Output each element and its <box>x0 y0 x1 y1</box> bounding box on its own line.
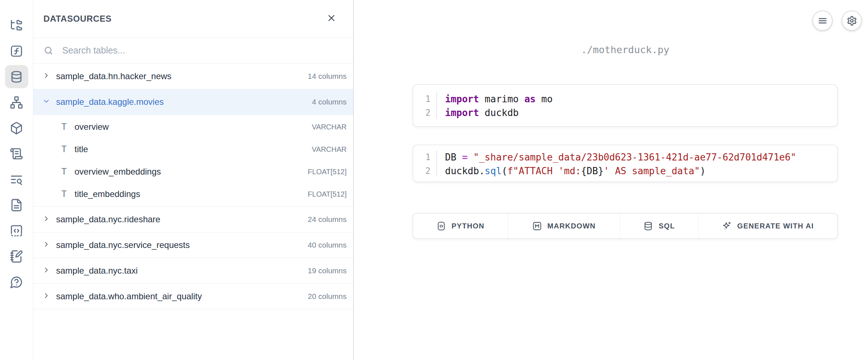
sidebar-tab-functions[interactable] <box>9 43 25 59</box>
search-row <box>33 38 353 64</box>
table-name: sample_data.kaggle.movies <box>56 97 306 107</box>
table-row[interactable]: sample_data.nyc.service_requests40 colum… <box>33 232 353 258</box>
add-cell-generate-with-ai-button[interactable]: GENERATE WITH AI <box>699 214 837 238</box>
chevron-right-icon <box>42 215 50 223</box>
column-type: FLOAT[512] <box>308 190 347 198</box>
code-square-icon <box>436 221 446 231</box>
sidebar-tab-packages[interactable] <box>9 120 25 136</box>
top-actions <box>812 10 862 31</box>
datasources-panel: DATASOURCES sample_data.hn.hacker_news14… <box>33 0 354 360</box>
table-column-count: 4 columns <box>312 98 347 106</box>
help-chat-icon <box>10 275 23 289</box>
panel-title: DATASOURCES <box>43 14 111 24</box>
sidebar-tab-datasources[interactable] <box>5 65 28 88</box>
sidebar-tab-snippets[interactable] <box>9 223 25 239</box>
settings-icon <box>847 16 857 26</box>
column-type: VARCHAR <box>312 123 347 131</box>
text-type-icon: T <box>60 122 68 132</box>
table-column-count: 40 columns <box>308 241 347 249</box>
table-name: sample_data.nyc.service_requests <box>56 240 302 250</box>
line-numbers: 12 <box>413 150 437 176</box>
editor-area: ./motherduck.py 12import marimo as moimp… <box>354 0 868 360</box>
code-square-dashed-icon <box>10 224 23 237</box>
menu-button[interactable] <box>812 10 833 31</box>
menu-icon <box>817 16 828 26</box>
x-icon <box>326 13 336 23</box>
column-name: title_embeddings <box>75 189 301 199</box>
chevron-down-icon <box>42 97 50 105</box>
column-row[interactable]: Ttitle_embeddingsFLOAT[512] <box>33 183 353 205</box>
add-cell-button-label: SQL <box>659 222 675 230</box>
table-name: sample_data.who.ambient_air_quality <box>56 291 302 301</box>
search-input[interactable] <box>62 45 347 56</box>
code-content: import marimo as moimport duckdb <box>437 92 552 119</box>
package-icon <box>10 121 23 135</box>
table-name: sample_data.nyc.rideshare <box>56 214 302 224</box>
table-row[interactable]: sample_data.nyc.taxi19 columns <box>33 258 353 284</box>
close-panel-button[interactable] <box>324 11 339 26</box>
column-row[interactable]: ToverviewVARCHAR <box>33 116 353 138</box>
scroll-text-icon <box>10 147 23 160</box>
function-square-icon <box>10 44 23 58</box>
network-icon <box>10 96 23 109</box>
code-content: DB = "_share/sample_data/23b0d623-1361-4… <box>437 150 796 176</box>
file-text-icon <box>10 198 23 212</box>
column-name: overview_embeddings <box>75 167 301 177</box>
table-row[interactable]: sample_data.hn.hacker_news14 columns <box>33 64 353 89</box>
sidebar-tab-dependencies[interactable] <box>9 94 25 110</box>
add-cell-bar: PYTHONMARKDOWNSQLGENERATE WITH AI <box>412 213 838 239</box>
text-type-icon: T <box>60 167 68 177</box>
table-row[interactable]: sample_data.who.ambient_air_quality20 co… <box>33 284 353 309</box>
code-line: import marimo as mo <box>445 92 552 106</box>
table-row[interactable]: sample_data.kaggle.movies4 columns <box>33 89 353 115</box>
table-column-count: 20 columns <box>308 292 347 301</box>
marimo-app: DATASOURCES sample_data.hn.hacker_news14… <box>0 0 868 360</box>
code-line: DB = "_share/sample_data/23b0d623-1361-4… <box>445 150 796 164</box>
sparkles-icon <box>722 221 732 231</box>
sidebar-tab-tracing[interactable] <box>9 171 25 187</box>
markdown-icon <box>532 221 542 231</box>
table-list: sample_data.hn.hacker_news14 columnssamp… <box>33 64 353 309</box>
column-row[interactable]: Toverview_embeddingsFLOAT[512] <box>33 160 353 183</box>
sidebar-tab-scratchpad[interactable] <box>9 248 25 264</box>
add-cell-sql-button[interactable]: SQL <box>620 214 699 238</box>
add-cell-button-label: GENERATE WITH AI <box>737 222 814 230</box>
code-cell[interactable]: 12import marimo as moimport duckdb <box>412 84 838 127</box>
database-icon <box>10 70 23 83</box>
table-name: sample_data.nyc.taxi <box>56 266 302 276</box>
sidebar-tab-documentation[interactable] <box>9 197 25 213</box>
sidebar-tab-file-explorer[interactable] <box>9 17 25 33</box>
code-line: duckdb.sql(f"ATTACH 'md:{DB}' AS sample_… <box>445 164 796 178</box>
add-cell-python-button[interactable]: PYTHON <box>413 214 508 238</box>
code-cell[interactable]: 12DB = "_share/sample_data/23b0d623-1361… <box>412 145 838 182</box>
table-row[interactable]: sample_data.nyc.rideshare24 columns <box>33 207 353 232</box>
column-type: FLOAT[512] <box>308 168 347 176</box>
table-column-count: 19 columns <box>308 266 347 275</box>
settings-button[interactable] <box>842 10 862 31</box>
panel-header: DATASOURCES <box>33 0 353 38</box>
table-column-count: 14 columns <box>308 72 347 81</box>
add-cell-markdown-button[interactable]: MARKDOWN <box>508 214 620 238</box>
column-row[interactable]: TtitleVARCHAR <box>33 138 353 160</box>
table-name: sample_data.hn.hacker_news <box>56 71 302 81</box>
activity-bar <box>0 0 33 360</box>
sidebar-tab-logs[interactable] <box>9 146 25 162</box>
sidebar-tab-help[interactable] <box>9 274 25 290</box>
add-cell-button-label: PYTHON <box>452 222 484 230</box>
text-search-icon <box>10 173 23 186</box>
add-cell-button-label: MARKDOWN <box>547 222 596 230</box>
table-column-count: 24 columns <box>308 215 347 224</box>
chevron-right-icon <box>42 292 50 300</box>
column-name: overview <box>75 122 305 132</box>
chevron-right-icon <box>42 266 50 274</box>
text-type-icon: T <box>60 189 68 199</box>
text-type-icon: T <box>60 144 68 154</box>
notebook-pen-icon <box>10 250 23 263</box>
database-icon <box>643 221 653 231</box>
line-numbers: 12 <box>413 92 437 119</box>
search-icon <box>43 46 54 56</box>
chevron-right-icon <box>42 72 50 80</box>
chevron-right-icon <box>42 240 50 248</box>
code-line: import duckdb <box>445 106 552 120</box>
column-name: title <box>75 144 305 154</box>
